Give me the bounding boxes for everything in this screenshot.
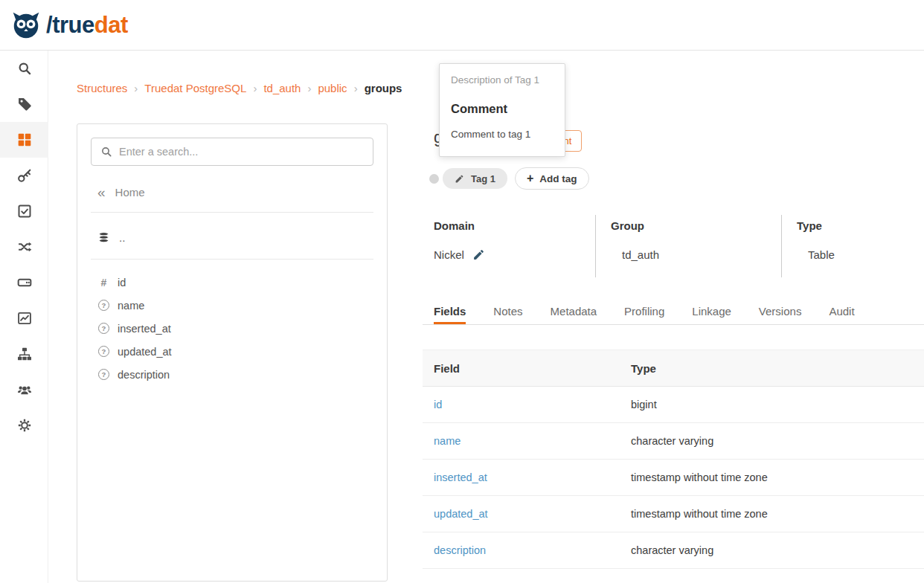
tab-profiling[interactable]: Profiling bbox=[624, 305, 664, 324]
field-label: id bbox=[118, 277, 126, 289]
sidebar-permissions-button[interactable] bbox=[0, 158, 48, 193]
field-type-cell: character varying bbox=[620, 435, 924, 447]
breadcrumb-item[interactable]: Truedat PostgreSQL bbox=[144, 82, 246, 94]
structure-info-row: Domain Nickel Group td_auth Type Table bbox=[423, 215, 924, 277]
field-name-link[interactable]: id bbox=[434, 399, 442, 410]
tab-metadata[interactable]: Metadata bbox=[551, 305, 597, 324]
field-name-link[interactable]: inserted_at bbox=[434, 471, 487, 483]
sidebar-users-button[interactable] bbox=[0, 372, 48, 408]
sidebar-quality-button[interactable] bbox=[0, 193, 48, 229]
field-label: name bbox=[118, 300, 144, 312]
group-value: td_auth bbox=[622, 248, 659, 261]
key-icon bbox=[17, 168, 32, 183]
sidebar-structures-button[interactable] bbox=[0, 122, 48, 158]
chart-icon bbox=[17, 311, 32, 326]
gear-icon bbox=[17, 418, 32, 433]
field-label: updated_at bbox=[118, 346, 172, 358]
breadcrumb-separator-icon: › bbox=[253, 82, 257, 94]
tab-audit[interactable]: Audit bbox=[829, 305, 854, 324]
search-input[interactable] bbox=[119, 146, 364, 158]
structure-browser-panel: « Home .. # id ? name ? inserted_at ? bbox=[77, 123, 388, 582]
fields-table: Field Type id bigint name character vary… bbox=[423, 350, 924, 569]
logo-dat: dat bbox=[94, 12, 128, 38]
question-circle-icon: ? bbox=[98, 300, 109, 311]
divider bbox=[91, 212, 373, 213]
breadcrumb-separator-icon: › bbox=[134, 82, 138, 94]
field-list-item[interactable]: ? inserted_at bbox=[91, 317, 373, 340]
question-circle-icon: ? bbox=[98, 369, 109, 380]
home-collapse-row[interactable]: « Home bbox=[91, 185, 373, 199]
tab-versions[interactable]: Versions bbox=[759, 305, 802, 324]
question-circle-icon: ? bbox=[98, 346, 109, 357]
tabs-bar: Fields Notes Metadata Profiling Linkage … bbox=[423, 297, 924, 325]
logo-slash: / bbox=[46, 12, 52, 38]
breadcrumb-separator-icon: › bbox=[307, 82, 311, 94]
sidebar-search-button[interactable] bbox=[0, 51, 48, 86]
parent-label: .. bbox=[119, 231, 125, 244]
field-list-item[interactable]: # id bbox=[91, 271, 373, 294]
sidebar-tags-button[interactable] bbox=[0, 86, 48, 122]
field-type-cell: timestamp without time zone bbox=[620, 508, 924, 520]
breadcrumb-item[interactable]: Structures bbox=[77, 82, 127, 94]
tag-color-dot bbox=[429, 174, 439, 184]
field-list: # id ? name ? inserted_at ? updated_at ?… bbox=[91, 271, 373, 386]
field-list-item[interactable]: ? name bbox=[91, 294, 373, 317]
field-list-item[interactable]: ? description bbox=[91, 363, 373, 386]
question-circle-icon: ? bbox=[98, 323, 109, 334]
table-row: inserted_at timestamp without time zone bbox=[423, 460, 924, 496]
sidebar-sources-button[interactable] bbox=[0, 265, 48, 300]
users-icon bbox=[17, 382, 32, 397]
table-row: description character varying bbox=[423, 532, 924, 569]
sidebar-taxonomy-button[interactable] bbox=[0, 336, 48, 372]
tab-linkage[interactable]: Linkage bbox=[692, 305, 731, 324]
edit-domain-icon[interactable] bbox=[472, 248, 485, 261]
hash-icon: # bbox=[97, 277, 110, 289]
edit-pencil-icon bbox=[455, 174, 464, 184]
info-cell-type: Type Table bbox=[781, 215, 924, 277]
structure-search-box bbox=[91, 138, 373, 166]
field-list-item[interactable]: ? updated_at bbox=[91, 340, 373, 363]
comment-text: Comment to tag 1 bbox=[451, 129, 554, 140]
double-chevron-left-icon[interactable]: « bbox=[97, 185, 106, 199]
truedat-logo[interactable]: /truedat bbox=[10, 10, 128, 41]
tab-fields[interactable]: Fields bbox=[434, 305, 466, 324]
add-tag-button[interactable]: + Add tag bbox=[515, 167, 589, 190]
table-row: id bigint bbox=[423, 387, 924, 423]
info-cell-domain: Domain Nickel bbox=[423, 215, 595, 277]
owl-logo-icon bbox=[10, 10, 42, 41]
sidebar-dashboards-button[interactable] bbox=[0, 300, 48, 336]
breadcrumb-item[interactable]: public bbox=[318, 82, 347, 94]
sidebar-lineage-button[interactable] bbox=[0, 229, 48, 265]
info-label: Domain bbox=[434, 219, 595, 232]
breadcrumb-item[interactable]: td_auth bbox=[263, 82, 301, 94]
domain-value: Nickel bbox=[434, 248, 464, 261]
app-header: /truedat bbox=[0, 0, 924, 51]
hard-drive-icon bbox=[17, 275, 32, 290]
home-label: Home bbox=[115, 186, 145, 199]
sitemap-icon bbox=[17, 347, 32, 361]
tag-popover: Description of Tag 1 Comment Comment to … bbox=[439, 63, 565, 157]
database-icon bbox=[97, 231, 110, 244]
table-header-row: Field Type bbox=[423, 350, 924, 387]
logo-text: /truedat bbox=[46, 12, 128, 39]
field-name-link[interactable]: name bbox=[434, 435, 461, 447]
plus-icon: + bbox=[527, 173, 533, 184]
tag-icon bbox=[17, 97, 32, 112]
sidebar-settings-button[interactable] bbox=[0, 408, 48, 443]
info-label: Type bbox=[797, 219, 924, 232]
table-header-type: Type bbox=[620, 362, 924, 375]
parent-structure-item[interactable]: .. bbox=[91, 228, 373, 246]
field-name-link[interactable]: description bbox=[434, 544, 486, 556]
table-header-field: Field bbox=[423, 362, 620, 375]
field-label: description bbox=[118, 369, 170, 381]
tab-notes[interactable]: Notes bbox=[493, 305, 522, 324]
grid-icon bbox=[17, 132, 32, 147]
breadcrumb-separator-icon: › bbox=[354, 82, 358, 94]
field-name-link[interactable]: updated_at bbox=[434, 508, 488, 520]
tag-pill[interactable]: Tag 1 bbox=[443, 168, 507, 189]
info-label: Group bbox=[611, 219, 781, 232]
type-value: Table bbox=[808, 248, 835, 261]
check-square-icon bbox=[17, 204, 32, 219]
tag-pill-label: Tag 1 bbox=[471, 173, 495, 184]
tag-description-text: Description of Tag 1 bbox=[451, 74, 554, 86]
